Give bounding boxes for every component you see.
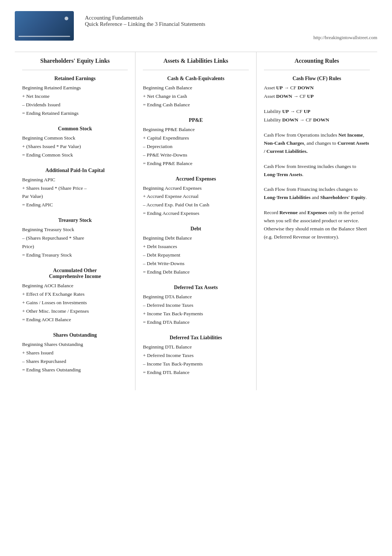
so-line1: Beginning Shares Outstanding xyxy=(22,340,128,349)
cff-rule-text: Cash Flow from Financing includes change… xyxy=(264,185,370,202)
cfo-rule-section: Cash Flow from Operations includes Net I… xyxy=(264,131,370,156)
ts-line2: – (Shares Repurchased * Share xyxy=(22,234,128,243)
section-debt: Debt Beginning Debt Balance + Debt Issua… xyxy=(143,226,248,277)
section-dtl-title: Deferred Tax Liabilities xyxy=(143,335,248,341)
liab-rule2: Liability DOWN → CF DOWN xyxy=(264,116,370,124)
section-shares-outstanding: Shares Outstanding Beginning Shares Outs… xyxy=(22,332,128,374)
aoci-line2: + Effect of FX Exchange Rates xyxy=(22,290,128,299)
debt-line5: = Ending Debt Balance xyxy=(143,268,248,277)
ae-line2: + Accrued Expense Accrual xyxy=(143,192,248,201)
ae-line1: Beginning Accrued Expenses xyxy=(143,184,248,193)
cff-rule-section: Cash Flow from Financing includes change… xyxy=(264,185,370,202)
section-dtl: Deferred Tax Liabilities Beginning DTL B… xyxy=(143,335,248,377)
ppe-line1: Beginning PP&E Balance xyxy=(143,126,248,134)
section-common-stock: Common Stock Beginning Common Stock + (S… xyxy=(22,126,128,159)
cash-line3: = Ending Cash Balance xyxy=(143,101,248,109)
section-ppe-title: PP&E xyxy=(143,117,248,123)
section-aoci: Accumulated OtherComprehensive Income Be… xyxy=(22,268,128,324)
ts-line4: = Ending Treasury Stock xyxy=(22,251,128,260)
col-shareholders-equity: Shareholders' Equity Links Retained Earn… xyxy=(15,52,135,390)
dta-line1: Beginning DTA Balance xyxy=(143,293,248,301)
cfi-rule-section: Cash Flow from Investing includes change… xyxy=(264,162,370,179)
debt-line1: Beginning Debt Balance xyxy=(143,234,248,243)
section-debt-title: Debt xyxy=(143,226,248,232)
cs-line2: + (Shares Issued * Par Value) xyxy=(22,143,128,151)
cfi-rule-text: Cash Flow from Investing includes change… xyxy=(264,162,370,179)
col-accounting-rules: Accounting Rules Cash Flow (CF) Rules As… xyxy=(257,52,377,390)
ppe-line4: – PP&E Write-Downs xyxy=(143,151,248,159)
re-line3: – Dividends Issued xyxy=(22,101,128,109)
revenue-rule-section: Record Revenue and Expenses only in the … xyxy=(264,209,370,241)
page-header: Accounting Fundamentals Quick Reference … xyxy=(15,11,377,41)
section-accrued-expenses: Accrued Expenses Beginning Accrued Expen… xyxy=(143,176,248,218)
logo xyxy=(15,11,74,41)
section-shares-outstanding-title: Shares Outstanding xyxy=(22,332,128,338)
ts-line1: Beginning Treasury Stock xyxy=(22,226,128,234)
liab-rule1: Liability UP → CF UP xyxy=(264,107,370,116)
section-dta: Deferred Tax Assets Beginning DTA Balanc… xyxy=(143,285,248,327)
aoci-line4: + Other Misc. Income / Expenses xyxy=(22,307,128,316)
aoci-line3: + Gains / Losses on Investments xyxy=(22,299,128,307)
re-line4: = Ending Retained Earnings xyxy=(22,109,128,118)
header-text: Accounting Fundamentals Quick Reference … xyxy=(85,11,205,27)
so-line2: + Shares Issued xyxy=(22,349,128,357)
section-apic-title: Additional Paid-In Capital xyxy=(22,168,128,174)
debt-line4: – Debt Write-Downs xyxy=(143,260,248,268)
apic-line3: Par Value) xyxy=(22,192,128,201)
section-cash-title: Cash & Cash-Equivalents xyxy=(143,76,248,82)
section-common-stock-title: Common Stock xyxy=(22,126,128,132)
aoci-line5: = Ending AOCI Balance xyxy=(22,316,128,324)
dta-line3: + Income Tax Back-Payments xyxy=(143,310,248,318)
aoci-line1: Beginning AOCI Balance xyxy=(22,282,128,290)
cash-line2: + Net Change in Cash xyxy=(143,92,248,101)
dtl-line1: Beginning DTL Balance xyxy=(143,343,248,351)
section-ppe: PP&E Beginning PP&E Balance + Capital Ex… xyxy=(143,117,248,168)
col2-heading: Assets & Liabilities Links xyxy=(143,58,248,70)
dtl-line2: + Deferred Income Taxes xyxy=(143,351,248,360)
ppe-line2: + Capital Expenditures xyxy=(143,134,248,143)
section-retained-earnings-title: Retained Earnings xyxy=(22,76,128,82)
cf-rules-title: Cash Flow (CF) Rules xyxy=(264,76,370,82)
section-treasury-stock-title: Treasury Stock xyxy=(22,217,128,223)
main-grid: Shareholders' Equity Links Retained Earn… xyxy=(15,52,377,390)
revenue-rule-text: Record Revenue and Expenses only in the … xyxy=(264,209,370,241)
header-title-line1: Accounting Fundamentals xyxy=(85,15,205,21)
section-retained-earnings: Retained Earnings Beginning Retained Ear… xyxy=(22,76,128,118)
dtl-line4: = Ending DTL Balance xyxy=(143,368,248,377)
so-line3: – Shares Repurchased xyxy=(22,357,128,366)
ae-line4: = Ending Accrued Expenses xyxy=(143,209,248,218)
col-assets-liabilities: Assets & Liabilities Links Cash & Cash-E… xyxy=(135,52,256,390)
section-apic: Additional Paid-In Capital Beginning API… xyxy=(22,168,128,210)
cf-rule2: Asset DOWN → CF UP xyxy=(264,92,370,101)
col1-heading: Shareholders' Equity Links xyxy=(22,58,128,70)
dta-line4: = Ending DTA Balance xyxy=(143,318,248,327)
col3-heading: Accounting Rules xyxy=(264,58,370,70)
debt-line2: + Debt Issuances xyxy=(143,243,248,251)
dta-line2: – Deferred Income Taxes xyxy=(143,301,248,310)
section-treasury-stock: Treasury Stock Beginning Treasury Stock … xyxy=(22,217,128,260)
so-line4: = Ending Shares Outstanding xyxy=(22,366,128,374)
debt-line3: – Debt Repayment xyxy=(143,251,248,260)
cfo-rule-text: Cash Flow from Operations includes Net I… xyxy=(264,131,370,156)
apic-line4: = Ending APIC xyxy=(22,201,128,209)
cf-rules-section: Cash Flow (CF) Rules Asset UP → CF DOWN … xyxy=(264,76,370,101)
cs-line3: = Ending Common Stock xyxy=(22,151,128,159)
ts-line3: Price) xyxy=(22,243,128,251)
ppe-line5: = Ending PP&E Balance xyxy=(143,159,248,168)
apic-line2: + Shares Issued * (Share Price – xyxy=(22,184,128,193)
apic-line1: Beginning APIC xyxy=(22,176,128,184)
cs-line1: Beginning Common Stock xyxy=(22,134,128,143)
dtl-line3: – Income Tax Back-Payments xyxy=(143,360,248,368)
ppe-line3: – Depreciation xyxy=(143,143,248,151)
cf-rule1: Asset UP → CF DOWN xyxy=(264,84,370,92)
section-aoci-title: Accumulated OtherComprehensive Income xyxy=(22,268,128,279)
section-cash: Cash & Cash-Equivalents Beginning Cash B… xyxy=(143,76,248,109)
re-line2: + Net Income xyxy=(22,92,128,101)
re-line1: Beginning Retained Earnings xyxy=(22,84,128,92)
section-dta-title: Deferred Tax Assets xyxy=(143,285,248,291)
section-accrued-expenses-title: Accrued Expenses xyxy=(143,176,248,182)
header-url: http://breakingintowallstreet.com xyxy=(313,16,377,41)
liability-rules-section: Liability UP → CF UP Liability DOWN → CF… xyxy=(264,107,370,124)
ae-line3: – Accrued Exp. Paid Out In Cash xyxy=(143,201,248,209)
header-title-line2: Quick Reference – Linking the 3 Financia… xyxy=(85,21,205,27)
